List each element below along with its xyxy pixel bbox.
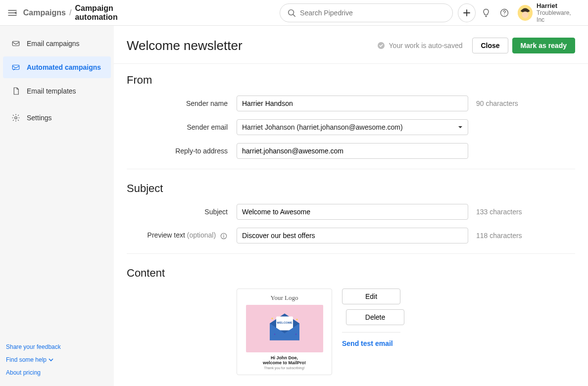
tips-button[interactable] [479,5,493,21]
welcome-envelope-icon: WELCOME [262,310,307,344]
info-icon[interactable] [220,232,228,240]
page-title: Welcome newsletter [127,38,243,53]
sidebar: Email campaigns Automated campaigns Emai… [0,26,114,386]
sender-name-label: Sender name [127,99,237,107]
preview-text-input[interactable] [237,228,468,243]
user-org: Troubleware, Inc [537,9,578,23]
search-input[interactable] [300,9,445,17]
template-greeting: Hi John Doe,welcome to MailPro! [263,355,306,365]
svg-point-10 [223,234,224,235]
template-thanks: Thank you for subscribing! [264,366,304,370]
help-button[interactable] [497,5,512,21]
mark-ready-button[interactable]: Mark as ready [512,38,575,53]
svg-point-14 [271,318,273,319]
sidebar-item-label: Email templates [27,87,76,95]
sender-name-hint: 90 characters [476,99,518,107]
template-preview-image: WELCOME [246,305,323,352]
svg-text:WELCOME: WELCOME [277,321,292,324]
gear-icon [11,113,21,123]
svg-line-1 [294,14,295,16]
svg-point-0 [289,9,294,15]
avatar [518,5,533,21]
check-circle-icon [377,42,385,49]
add-button[interactable] [458,3,476,22]
help-link-label: Find some help [6,356,47,363]
sidebar-item-label: Settings [27,114,52,122]
svg-point-17 [295,334,296,335]
topbar: Campaigns / Campaign automation Harriet … [0,0,588,26]
send-test-email-link[interactable]: Send test email [342,339,400,347]
sender-email-select[interactable]: Harriet Johanson (harriet.johanson@aweso… [237,119,468,135]
svg-point-15 [296,319,297,320]
automation-icon [11,62,21,72]
lightbulb-icon [481,8,491,18]
section-heading-subject: Subject [127,182,575,195]
pricing-link[interactable]: About pricing [0,366,114,379]
reply-to-label: Reply-to address [127,147,237,155]
svg-point-16 [274,334,275,335]
sidebar-item-label: Email campaigns [27,40,80,48]
section-heading-content: Content [127,267,575,280]
svg-point-7 [15,117,17,119]
chevron-down-icon [458,125,463,130]
template-icon [11,86,21,96]
breadcrumb-separator: / [69,8,71,17]
autosave-text: Your work is auto-saved [389,42,463,49]
breadcrumb: Campaigns / Campaign automation [23,4,151,22]
sender-email-value: Harriet Johanson (harriet.johanson@aweso… [242,123,403,131]
delete-template-button[interactable]: Delete [346,309,404,325]
close-button[interactable]: Close [472,38,508,53]
svg-rect-11 [223,236,224,238]
feedback-link[interactable]: Share your feedback [0,340,114,353]
help-link[interactable]: Find some help [0,353,114,366]
plus-icon [463,9,471,17]
edit-template-button[interactable]: Edit [342,289,400,304]
search-icon [287,8,296,17]
sidebar-item-email-templates[interactable]: Email templates [3,80,111,102]
svg-rect-6 [12,65,19,70]
breadcrumb-current: Campaign automation [75,4,151,22]
chevron-down-icon [49,357,53,362]
sidebar-item-settings[interactable]: Settings [3,107,111,129]
sender-email-label: Sender email [127,123,237,131]
actions-divider [342,332,400,333]
user-name: Harriet [537,2,578,9]
user-menu[interactable]: Harriet Troubleware, Inc [518,2,578,23]
reply-to-input[interactable] [237,143,468,159]
subject-hint: 133 characters [476,208,522,216]
svg-rect-5 [12,42,19,46]
menu-toggle-button[interactable] [7,7,18,19]
main-content: Welcome newsletter Your work is auto-sav… [114,26,588,386]
envelope-icon [11,39,21,48]
search-input-wrapper[interactable] [280,3,453,22]
sidebar-item-automated-campaigns[interactable]: Automated campaigns [3,56,111,78]
menu-icon [7,8,17,18]
svg-point-4 [522,11,528,18]
section-heading-from: From [127,74,575,87]
subject-label: Subject [127,208,237,216]
question-circle-icon [499,8,509,18]
preview-hint: 118 characters [476,232,522,240]
subject-input[interactable] [237,204,468,220]
sender-name-input[interactable] [237,96,468,111]
template-logo-text: Your Logo [270,294,298,302]
autosave-status: Your work is auto-saved [377,42,463,49]
breadcrumb-root[interactable]: Campaigns [23,8,66,17]
template-preview-card[interactable]: Your Logo WELCOME Hi John Doe,welcome to [237,289,332,375]
sidebar-item-email-campaigns[interactable]: Email campaigns [3,33,111,54]
preview-text-label: Preview text (optional) [127,231,237,240]
sidebar-item-label: Automated campaigns [27,63,101,71]
